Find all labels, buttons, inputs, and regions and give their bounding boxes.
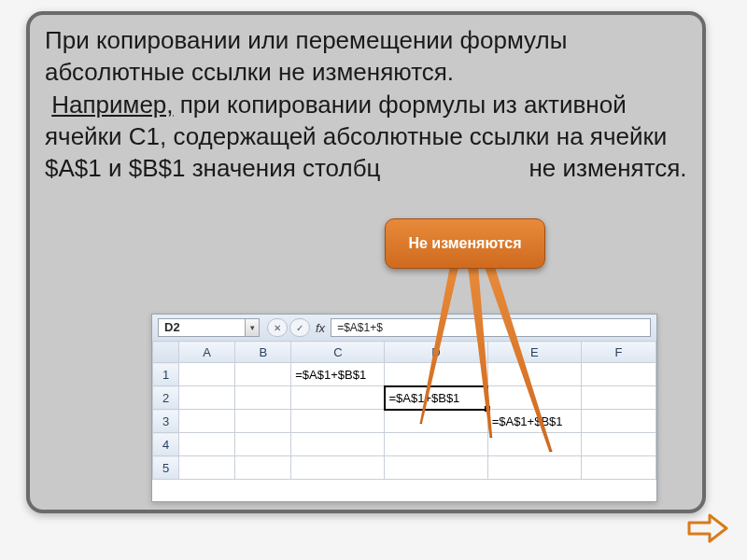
cell-selected[interactable]: =$A$1+$B$1	[385, 386, 487, 410]
row-header-4[interactable]: 4	[153, 433, 179, 456]
col-header-F[interactable]: F	[581, 342, 655, 363]
formula-bar-buttons: ✕ ✓	[267, 318, 310, 337]
row-header-2[interactable]: 2	[153, 386, 179, 410]
cancel-icon[interactable]: ✕	[267, 318, 288, 337]
cell[interactable]	[291, 456, 385, 480]
cell[interactable]: =$A$1+$B$1	[487, 410, 581, 433]
cell[interactable]	[291, 386, 385, 410]
cell[interactable]	[179, 456, 235, 480]
col-header-A[interactable]: A	[179, 342, 235, 363]
cell[interactable]	[235, 410, 291, 433]
cell[interactable]	[179, 386, 235, 410]
cell[interactable]	[235, 433, 291, 456]
callout-box: Не изменяются	[385, 218, 545, 269]
cell[interactable]	[179, 410, 235, 433]
row-header-3[interactable]: 3	[153, 410, 179, 433]
cell[interactable]	[179, 433, 235, 456]
col-header-C[interactable]: C	[291, 342, 385, 363]
cell[interactable]: =$A$1+$B$1	[291, 363, 385, 386]
cell[interactable]	[487, 363, 581, 386]
arrow-right-icon	[685, 510, 730, 547]
worksheet[interactable]: A B C D E F 1 =$A$1+$B$1	[152, 341, 656, 501]
excel-formula-bar-row: D2 ▾ ✕ ✓ fx =$A$1+$	[152, 315, 656, 342]
body-text: При копировании или перемещении формулы …	[45, 24, 689, 185]
cell[interactable]	[235, 386, 291, 410]
formula-bar[interactable]: =$A$1+$	[331, 318, 651, 337]
cell[interactable]	[581, 386, 655, 410]
grid[interactable]: A B C D E F 1 =$A$1+$B$1	[152, 341, 656, 480]
row-header-5[interactable]: 5	[153, 456, 179, 480]
col-header-E[interactable]: E	[487, 342, 581, 363]
cell[interactable]	[385, 410, 487, 433]
cell[interactable]	[581, 433, 655, 456]
cell[interactable]	[235, 363, 291, 386]
cell[interactable]	[487, 456, 581, 480]
cell[interactable]	[291, 433, 385, 456]
cell[interactable]	[581, 456, 655, 480]
cell[interactable]	[385, 363, 487, 386]
excel-screenshot: D2 ▾ ✕ ✓ fx =$A$1+$ A B C	[151, 314, 657, 502]
cell[interactable]	[385, 433, 487, 456]
paragraph-2b: не изменятся.	[529, 154, 686, 182]
cell[interactable]	[179, 363, 235, 386]
slide-frame: При копировании или перемещении формулы …	[26, 11, 706, 513]
cell[interactable]	[385, 456, 487, 480]
cell[interactable]	[581, 410, 655, 433]
callout-label: Не изменяются	[408, 235, 521, 252]
cell[interactable]	[487, 433, 581, 456]
example-word: Например,	[51, 91, 173, 119]
next-arrow-button[interactable]	[685, 510, 730, 547]
row-header-1[interactable]: 1	[153, 363, 179, 386]
cell[interactable]	[235, 456, 291, 480]
name-box[interactable]: D2	[158, 318, 246, 337]
name-box-dropdown-icon[interactable]: ▾	[246, 318, 260, 337]
fx-icon[interactable]: fx	[316, 321, 325, 335]
cell[interactable]	[291, 410, 385, 433]
select-all-corner[interactable]	[153, 342, 179, 363]
col-header-B[interactable]: B	[235, 342, 291, 363]
paragraph-1: При копировании или перемещении формулы …	[45, 26, 567, 86]
enter-icon[interactable]: ✓	[289, 318, 310, 337]
cell[interactable]	[581, 363, 655, 386]
